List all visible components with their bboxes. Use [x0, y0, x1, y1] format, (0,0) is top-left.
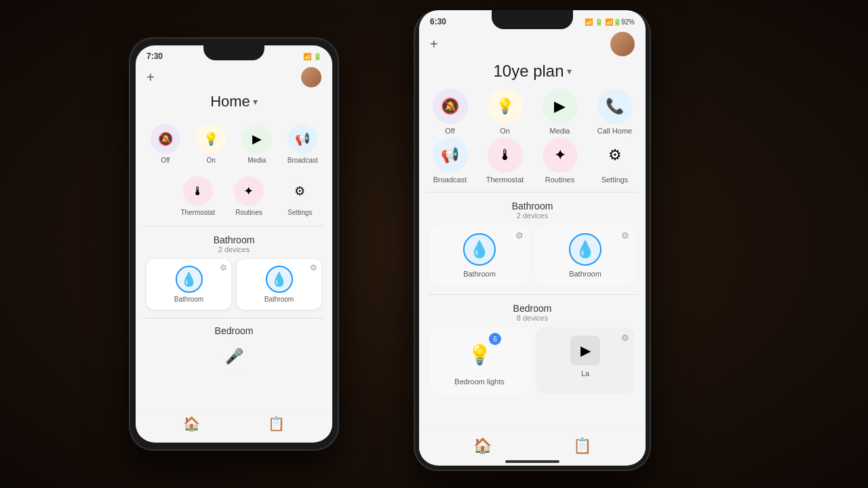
- left-add-button[interactable]: +: [146, 70, 155, 85]
- right-device1-label: Bathroom: [463, 270, 496, 278]
- right-device2-label: Bathroom: [569, 270, 601, 278]
- right-action-routines[interactable]: ✦ Routines: [534, 138, 585, 184]
- right-avatar[interactable]: [610, 32, 635, 56]
- left-avatar[interactable]: [301, 67, 321, 87]
- left-bathroom-device-2[interactable]: ⚙ 💧 Bathroom: [237, 259, 321, 310]
- left-device1-label: Bathroom: [174, 296, 203, 303]
- right-bedroom-lights-icon: 💡 6: [460, 336, 498, 373]
- left-bathroom-section: Bathroom 2 devices ⚙ 💧 Bathroom ⚙ 💧 Bath…: [136, 229, 332, 315]
- left-battery-icon: 🔋: [313, 53, 321, 60]
- right-broadcast-label: Broadcast: [433, 176, 467, 184]
- left-on-label: On: [207, 157, 216, 164]
- left-settings-icon: ⚙: [285, 176, 315, 206]
- right-play-gear-icon: ⚙: [621, 333, 629, 343]
- left-bedroom-title: Bedroom: [146, 325, 321, 336]
- left-nav-list[interactable]: 📋: [268, 415, 285, 432]
- right-action-off[interactable]: 🔕 Off: [425, 89, 475, 135]
- right-media-icon: ▶: [542, 89, 578, 124]
- left-action-on[interactable]: 💡 On: [190, 119, 233, 168]
- left-action-media[interactable]: ▶ Media: [235, 119, 279, 168]
- right-app-bar: +: [419, 29, 646, 59]
- right-bottom-nav: 🏠 📋: [419, 431, 646, 460]
- right-action-broadcast[interactable]: 📢 Broadcast: [425, 138, 475, 184]
- right-play-card[interactable]: ⚙ ▶ La: [536, 327, 635, 394]
- right-status-icons: 📶 🔋 📶🔋92%: [585, 18, 635, 26]
- left-bathroom-subtitle: 2 devices: [146, 245, 321, 253]
- right-settings-label: Settings: [601, 176, 629, 184]
- right-off-icon: 🔕: [433, 89, 468, 124]
- right-bedroom-devices: 💡 6 Bedroom lights ⚙ ▶ La: [430, 327, 635, 394]
- left-broadcast-icon: 📢: [288, 124, 317, 154]
- left-home-dropdown[interactable]: ▾: [253, 96, 258, 107]
- left-mic-icon: 🎤: [219, 342, 249, 371]
- right-thermostat-label: Thermostat: [486, 176, 524, 184]
- right-bathroom-device-2[interactable]: ⚙ 💧 Bathroom: [536, 225, 635, 286]
- right-plan-dropdown[interactable]: ▾: [567, 66, 572, 77]
- right-plan-title: 10ye plan ▾: [419, 59, 646, 86]
- left-device2-gear-icon: ⚙: [310, 263, 317, 272]
- right-bathroom-devices: ⚙ 💧 Bathroom ⚙ 💧 Bathroom: [430, 225, 635, 286]
- left-action-broadcast[interactable]: 📢 Broadcast: [281, 119, 325, 168]
- left-quick-actions-row1: 🔕 Off 💡 On ▶ Media 📢 Broadcast: [136, 116, 332, 171]
- right-action-settings[interactable]: ⚙ Settings: [589, 138, 640, 184]
- left-device1-gear-icon: ⚙: [220, 263, 227, 272]
- left-bottom-nav: 🏠 📋: [136, 409, 332, 437]
- right-routines-label: Routines: [545, 176, 574, 184]
- left-off-icon: 🔕: [151, 124, 180, 154]
- right-battery-percent: 📶🔋92%: [605, 18, 635, 26]
- left-action-thermostat[interactable]: 🌡 Thermostat: [174, 171, 222, 220]
- right-off-label: Off: [445, 127, 454, 135]
- right-routines-icon: ✦: [542, 138, 578, 173]
- right-bedroom-lights-card[interactable]: 💡 6 Bedroom lights: [430, 327, 529, 394]
- right-call-home-label: Call Home: [597, 127, 632, 135]
- left-settings-label: Settings: [288, 209, 312, 216]
- left-app-bar: +: [136, 64, 332, 90]
- right-action-thermostat[interactable]: 🌡 Thermostat: [479, 138, 530, 184]
- right-play-icon: ▶: [570, 336, 600, 365]
- left-nav-home[interactable]: 🏠: [183, 415, 200, 432]
- right-bulb-icon: 💡: [468, 344, 492, 366]
- left-routines-label: Routines: [235, 209, 262, 216]
- left-bathroom-title: Bathroom: [146, 235, 321, 245]
- left-action-off[interactable]: 🔕 Off: [144, 119, 187, 168]
- left-action-routines[interactable]: ✦ Routines: [224, 171, 273, 220]
- left-status-icons: 📶 🔋: [303, 53, 321, 60]
- left-bedroom-mic[interactable]: 🎤: [146, 342, 321, 371]
- right-phone: 6:30 📶 🔋 📶🔋92% + 10ye plan ▾ 🔕 Off 💡: [414, 10, 651, 471]
- left-thermostat-icon: 🌡: [183, 176, 213, 206]
- left-off-label: Off: [161, 157, 170, 164]
- right-lights-count-badge: 6: [489, 333, 501, 345]
- right-action-call-home[interactable]: 📞 Call Home: [589, 89, 640, 135]
- right-nav-home[interactable]: 🏠: [473, 437, 492, 455]
- left-device1-icon: 💧: [176, 266, 203, 293]
- right-nav-list[interactable]: 📋: [573, 437, 591, 455]
- right-bathroom-device-1[interactable]: ⚙ 💧 Bathroom: [430, 225, 529, 286]
- right-add-button[interactable]: +: [430, 37, 438, 52]
- left-bathroom-devices: ⚙ 💧 Bathroom ⚙ 💧 Bathroom: [146, 259, 321, 310]
- left-bedroom-section: Bedroom 🎤: [136, 321, 332, 374]
- left-action-settings[interactable]: ⚙ Settings: [276, 171, 324, 220]
- right-battery-icon: 🔋: [595, 18, 603, 26]
- right-wifi-icon: 📶: [585, 18, 593, 26]
- right-device2-gear-icon: ⚙: [621, 230, 629, 241]
- left-phone-screen: 7:30 📶 🔋 + Home ▾ 🔕 Off 💡 On: [136, 45, 332, 443]
- right-device1-gear-icon: ⚙: [515, 230, 524, 241]
- right-phone-screen: 6:30 📶 🔋 📶🔋92% + 10ye plan ▾ 🔕 Off 💡: [419, 10, 646, 466]
- right-action-on[interactable]: 💡 On: [479, 89, 530, 135]
- right-call-home-icon: 📞: [597, 89, 633, 124]
- right-on-icon: 💡: [488, 89, 523, 124]
- left-divider2: [144, 318, 324, 319]
- right-bedroom-lights-label: Bedroom lights: [454, 378, 504, 386]
- left-thermostat-label: Thermostat: [180, 209, 215, 216]
- left-home-title: Home ▾: [136, 90, 332, 116]
- left-media-icon: ▶: [242, 124, 272, 154]
- left-phone: 7:30 📶 🔋 + Home ▾ 🔕 Off 💡 On: [129, 37, 339, 451]
- right-action-media[interactable]: ▶ Media: [534, 89, 585, 135]
- right-media-label: Media: [550, 127, 570, 135]
- right-bathroom-subtitle: 2 devices: [430, 211, 635, 220]
- right-divider1: [427, 192, 637, 192]
- right-divider2: [427, 294, 637, 295]
- left-bathroom-device-1[interactable]: ⚙ 💧 Bathroom: [146, 259, 231, 310]
- left-phone-notch: [203, 45, 264, 60]
- right-settings-icon: ⚙: [597, 138, 633, 173]
